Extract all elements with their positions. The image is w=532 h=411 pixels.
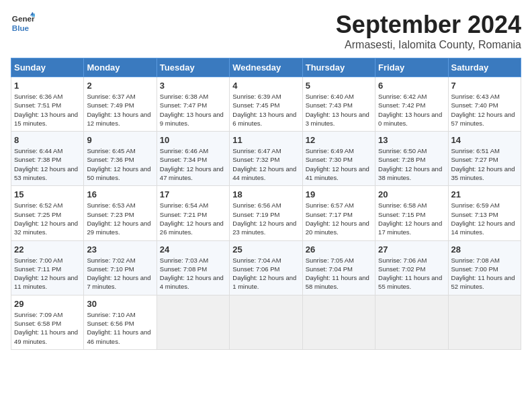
title-area: September 2024 Armasesti, Ialomita Count…	[336, 11, 521, 51]
header-day-sunday: Sunday	[11, 58, 84, 77]
header-day-tuesday: Tuesday	[157, 58, 229, 77]
calendar-day-10: 10Sunrise: 6:46 AMSunset: 7:34 PMDayligh…	[157, 132, 229, 186]
calendar-day-18: 18Sunrise: 6:56 AMSunset: 7:19 PMDayligh…	[230, 186, 302, 240]
calendar-day-6: 6Sunrise: 6:42 AMSunset: 7:42 PMDaylight…	[375, 77, 448, 132]
calendar-day-5: 5Sunrise: 6:40 AMSunset: 7:43 PMDaylight…	[302, 77, 375, 132]
calendar-day-7: 7Sunrise: 6:43 AMSunset: 7:40 PMDaylight…	[448, 77, 521, 132]
header-day-monday: Monday	[84, 58, 157, 77]
calendar-day-26: 26Sunrise: 7:05 AMSunset: 7:04 PMDayligh…	[302, 240, 375, 295]
calendar-day-4: 4Sunrise: 6:39 AMSunset: 7:45 PMDaylight…	[230, 77, 302, 132]
calendar-day-27: 27Sunrise: 7:06 AMSunset: 7:02 PMDayligh…	[375, 240, 448, 295]
calendar-day-15: 15Sunrise: 6:52 AMSunset: 7:25 PMDayligh…	[11, 186, 84, 240]
calendar-day-3: 3Sunrise: 6:38 AMSunset: 7:47 PMDaylight…	[157, 77, 229, 132]
calendar-table: SundayMondayTuesdayWednesdayThursdayFrid…	[11, 58, 521, 350]
calendar-header-row: SundayMondayTuesdayWednesdayThursdayFrid…	[11, 58, 521, 77]
calendar-day-29: 29Sunrise: 7:09 AMSunset: 6:58 PMDayligh…	[11, 295, 84, 349]
header-day-saturday: Saturday	[448, 58, 521, 77]
calendar-day-empty	[157, 295, 229, 349]
calendar-week-0: 1Sunrise: 6:36 AMSunset: 7:51 PMDaylight…	[11, 77, 521, 132]
header-day-wednesday: Wednesday	[230, 58, 302, 77]
calendar-day-28: 28Sunrise: 7:08 AMSunset: 7:00 PMDayligh…	[448, 240, 521, 295]
calendar-day-12: 12Sunrise: 6:49 AMSunset: 7:30 PMDayligh…	[302, 132, 375, 186]
calendar-day-empty	[375, 295, 448, 349]
month-title: September 2024	[336, 11, 521, 39]
svg-text:Blue: Blue	[12, 24, 30, 32]
logo-icon: General Blue	[11, 11, 35, 35]
calendar-day-empty	[302, 295, 375, 349]
calendar-week-1: 8Sunrise: 6:44 AMSunset: 7:38 PMDaylight…	[11, 132, 521, 186]
header-day-thursday: Thursday	[302, 58, 375, 77]
calendar-day-9: 9Sunrise: 6:45 AMSunset: 7:36 PMDaylight…	[84, 132, 157, 186]
calendar-week-3: 22Sunrise: 7:00 AMSunset: 7:11 PMDayligh…	[11, 240, 521, 295]
calendar-day-21: 21Sunrise: 6:59 AMSunset: 7:13 PMDayligh…	[448, 186, 521, 240]
calendar-day-11: 11Sunrise: 6:47 AMSunset: 7:32 PMDayligh…	[230, 132, 302, 186]
page-header: General Blue September 2024 Armasesti, I…	[11, 11, 521, 51]
calendar-day-17: 17Sunrise: 6:54 AMSunset: 7:21 PMDayligh…	[157, 186, 229, 240]
calendar-week-4: 29Sunrise: 7:09 AMSunset: 6:58 PMDayligh…	[11, 295, 521, 349]
logo: General Blue	[11, 11, 38, 35]
calendar-day-8: 8Sunrise: 6:44 AMSunset: 7:38 PMDaylight…	[11, 132, 84, 186]
calendar-day-25: 25Sunrise: 7:04 AMSunset: 7:06 PMDayligh…	[230, 240, 302, 295]
calendar-day-14: 14Sunrise: 6:51 AMSunset: 7:27 PMDayligh…	[448, 132, 521, 186]
calendar-week-2: 15Sunrise: 6:52 AMSunset: 7:25 PMDayligh…	[11, 186, 521, 240]
calendar-day-30: 30Sunrise: 7:10 AMSunset: 6:56 PMDayligh…	[84, 295, 157, 349]
calendar-day-empty	[448, 295, 521, 349]
calendar-day-2: 2Sunrise: 6:37 AMSunset: 7:49 PMDaylight…	[84, 77, 157, 132]
location-subtitle: Armasesti, Ialomita County, Romania	[336, 39, 521, 51]
header-day-friday: Friday	[375, 58, 448, 77]
calendar-day-23: 23Sunrise: 7:02 AMSunset: 7:10 PMDayligh…	[84, 240, 157, 295]
calendar-day-empty	[230, 295, 302, 349]
calendar-day-24: 24Sunrise: 7:03 AMSunset: 7:08 PMDayligh…	[157, 240, 229, 295]
calendar-day-13: 13Sunrise: 6:50 AMSunset: 7:28 PMDayligh…	[375, 132, 448, 186]
calendar-day-22: 22Sunrise: 7:00 AMSunset: 7:11 PMDayligh…	[11, 240, 84, 295]
calendar-day-16: 16Sunrise: 6:53 AMSunset: 7:23 PMDayligh…	[84, 186, 157, 240]
calendar-day-19: 19Sunrise: 6:57 AMSunset: 7:17 PMDayligh…	[302, 186, 375, 240]
calendar-day-20: 20Sunrise: 6:58 AMSunset: 7:15 PMDayligh…	[375, 186, 448, 240]
calendar-day-1: 1Sunrise: 6:36 AMSunset: 7:51 PMDaylight…	[11, 77, 84, 132]
